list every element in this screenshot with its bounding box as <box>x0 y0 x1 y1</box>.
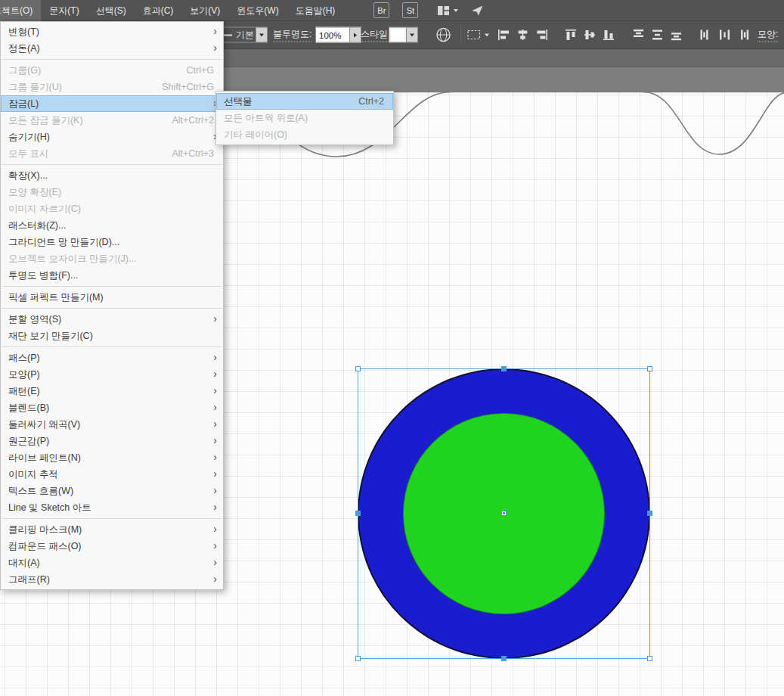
menu-item[interactable]: 대지(A) › <box>1 555 223 571</box>
menu-item: 모양 확장(E) › <box>1 184 223 200</box>
menubar-item[interactable]: 오브젝트(O) <box>0 0 41 21</box>
submenu-item[interactable]: 선택물 Ctrl+2 › <box>216 93 393 110</box>
menu-item[interactable]: 숨기기(H) › <box>1 129 223 145</box>
vertical-align-center-icon[interactable] <box>581 26 598 44</box>
submenu-arrow-icon: › <box>213 556 217 568</box>
menu-item[interactable]: 래스터화(Z)... › <box>1 217 223 234</box>
submenu-arrow-icon: › <box>213 434 217 446</box>
opacity-label[interactable]: 불투명도: <box>273 28 311 42</box>
menu-item-label: 정돈(A) <box>8 42 205 55</box>
menubar-item[interactable]: 윈도우(W) <box>228 0 287 21</box>
appearance-label[interactable]: 모양: <box>758 28 778 42</box>
menu-item[interactable]: 컴파운드 패스(O) › <box>1 538 223 555</box>
menu-item-label: 이미지 자르기(C) <box>8 203 205 216</box>
menu-item-label: 확장(X)... <box>8 169 205 182</box>
menu-item: 모두 표시 Alt+Ctrl+3 › <box>1 145 223 162</box>
vertical-align-bottom-icon[interactable] <box>600 26 617 44</box>
horizontal-distribute-center-icon[interactable] <box>716 26 733 44</box>
menu-item-label: 대지(A) <box>8 557 205 570</box>
menu-item[interactable]: 라이브 페인트(N) › <box>1 449 223 466</box>
menu-item-label: 숨기기(H) <box>8 131 205 144</box>
menubar-item-label: 문자(T) <box>49 5 79 16</box>
vertical-distribute-top-icon[interactable] <box>630 26 646 44</box>
submenu-item-label: 선택물 <box>224 95 349 108</box>
anchor-point-bottom[interactable] <box>501 656 507 661</box>
menubar-item-label: 보기(V) <box>190 5 220 16</box>
workspace-switcher[interactable] <box>437 5 458 16</box>
illustrator-window: 오브젝트(O) 문자(T) 선택(S) 효과(C) 보기(V) 윈도우(W) 도… <box>0 0 784 696</box>
menu-item[interactable]: Line 및 Sketch 아트 › <box>1 499 223 516</box>
submenu-arrow-icon: › <box>213 451 217 463</box>
selection-handle-top-right[interactable] <box>647 366 652 371</box>
horizontal-distribute-right-icon[interactable] <box>735 26 751 44</box>
horizontal-align-left-icon[interactable] <box>495 26 512 44</box>
horizontal-distribute-left-icon[interactable] <box>697 26 714 44</box>
menubar-item[interactable]: 보기(V) <box>181 0 228 21</box>
recolor-artwork-button[interactable] <box>435 27 451 43</box>
vertical-distribute-bottom-icon[interactable] <box>668 26 684 44</box>
menu-item[interactable]: 클리핑 마스크(M) › <box>1 521 223 538</box>
menu-item[interactable]: 원근감(P) › <box>1 433 223 449</box>
menu-item[interactable]: 투명도 병합(F)... › <box>1 267 223 284</box>
menu-item[interactable]: 정돈(A) › <box>1 40 223 57</box>
menubar-item[interactable]: 문자(T) <box>41 0 87 21</box>
menu-item[interactable]: 패스(P) › <box>1 350 223 366</box>
selection-handle-top-left[interactable] <box>355 366 361 371</box>
horizontal-align-right-icon[interactable] <box>533 26 550 44</box>
anchor-point-left[interactable] <box>355 511 361 516</box>
anchor-point-right[interactable] <box>647 511 652 516</box>
menu-item[interactable]: 패턴(E) › <box>1 383 223 399</box>
opacity-popup-arrow[interactable] <box>350 27 361 43</box>
submenu-arrow-icon: › <box>213 539 217 552</box>
menu-item[interactable]: 잠금(L) › <box>1 95 223 112</box>
menu-item[interactable]: 텍스트 흐름(W) › <box>1 483 223 499</box>
menu-item[interactable]: 이미지 추적 › <box>1 466 223 483</box>
menu-separator <box>2 346 222 347</box>
menubar-item[interactable]: 효과(C) <box>135 0 182 21</box>
anchor-point-top[interactable] <box>501 366 507 371</box>
menu-item-label: 그라디언트 망 만들기(D)... <box>8 236 205 249</box>
menu-item[interactable]: 픽셀 퍼펙트 만들기(M) › <box>1 289 223 306</box>
stroke-profile-icon <box>223 34 232 36</box>
menu-item[interactable]: 블렌드(B) › <box>1 399 223 416</box>
menu-item-label: 오브젝트 모자이크 만들기(J)... <box>8 253 205 266</box>
brush-definition-select[interactable]: 기본 <box>218 27 268 43</box>
menu-item: 오브젝트 모자이크 만들기(J)... › <box>1 250 223 267</box>
selection-handle-bottom-left[interactable] <box>355 656 361 661</box>
vertical-align-top-icon[interactable] <box>562 26 579 44</box>
menu-item[interactable]: 확장(X)... › <box>1 167 223 184</box>
share-icon[interactable] <box>471 5 484 17</box>
chevron-down-icon[interactable] <box>256 28 267 42</box>
menu-item-label: 래스터화(Z)... <box>8 219 205 232</box>
menubar-item[interactable]: 도움말(H) <box>287 0 344 21</box>
menu-item[interactable]: 재단 보기 만들기(C) › <box>1 328 223 344</box>
menu-item-label: 투명도 병합(F)... <box>8 269 205 282</box>
center-point-marker[interactable] <box>501 511 507 516</box>
style-label[interactable]: 스타일: <box>361 28 390 42</box>
menu-item-label: 잠금(L) <box>8 98 205 110</box>
submenu-arrow-icon: › <box>213 351 217 363</box>
submenu-arrow-icon: › <box>213 418 217 430</box>
lock-submenu: 선택물 Ctrl+2 › 모든 아트웍 위로(A) › 기타 레이어(O) › <box>215 91 394 145</box>
vertical-distribute-center-icon[interactable] <box>649 26 665 44</box>
menu-item: 모든 잠금 풀기(K) Alt+Ctrl+2 › <box>1 112 223 129</box>
menu-item-label: 텍스트 흐름(W) <box>8 485 205 498</box>
menu-item[interactable]: 그라디언트 망 만들기(D)... › <box>1 234 223 250</box>
chevron-down-icon[interactable] <box>406 28 417 42</box>
menu-item[interactable]: 둘러싸기 왜곡(V) › <box>1 416 223 433</box>
panel-badge[interactable]: St <box>402 2 418 18</box>
panel-badge[interactable]: Br <box>373 2 389 18</box>
style-swatch-select[interactable] <box>389 27 418 43</box>
submenu-item-label: 모든 아트웍 위로(A) <box>224 112 375 125</box>
menu-item[interactable]: 모양(P) › <box>1 366 223 383</box>
opacity-input[interactable] <box>315 27 350 43</box>
menu-item[interactable]: 변형(T) › <box>1 23 223 40</box>
menubar-item[interactable]: 선택(S) <box>88 0 135 21</box>
submenu-arrow-icon: › <box>213 468 217 480</box>
horizontal-align-center-icon[interactable] <box>514 26 531 44</box>
menu-item[interactable]: 분할 영역(S) › <box>1 311 223 328</box>
menu-item-label: 원근감(P) <box>8 435 205 448</box>
bounding-box-options[interactable] <box>467 30 489 41</box>
menu-item[interactable]: 그래프(R) › <box>1 571 223 588</box>
selection-handle-bottom-right[interactable] <box>647 656 652 661</box>
